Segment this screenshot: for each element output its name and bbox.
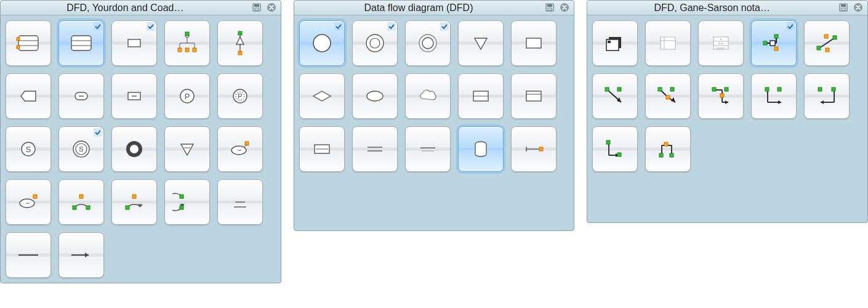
entity-3d-button[interactable] bbox=[592, 20, 638, 66]
hexagon-open-button[interactable] bbox=[6, 73, 51, 119]
data-store-orange-button[interactable] bbox=[6, 20, 51, 66]
svg-rect-14 bbox=[147, 22, 155, 31]
svg-rect-105 bbox=[608, 41, 611, 43]
line-plain-button[interactable] bbox=[6, 232, 51, 278]
rect-header-button[interactable] bbox=[511, 73, 557, 119]
bracket-line-button[interactable] bbox=[511, 126, 557, 172]
svg-rect-4 bbox=[18, 36, 38, 51]
double-line-button[interactable] bbox=[352, 126, 398, 172]
conn-b-button[interactable] bbox=[645, 73, 691, 119]
svg-text:P: P bbox=[185, 92, 190, 101]
single-line-button[interactable] bbox=[405, 126, 451, 172]
ring-bold-button[interactable] bbox=[111, 126, 157, 172]
conn-e-button[interactable] bbox=[804, 73, 850, 119]
ellipse-plain-button[interactable] bbox=[352, 73, 398, 119]
svg-rect-163 bbox=[664, 142, 668, 146]
cylinder-button[interactable] bbox=[458, 126, 504, 172]
ellipse-handles2-button[interactable] bbox=[6, 179, 51, 225]
svg-marker-68 bbox=[85, 253, 89, 257]
panel-actions bbox=[544, 2, 570, 13]
arc-handles-c-button[interactable] bbox=[164, 179, 210, 225]
panel-body: idlevellocation bbox=[587, 15, 867, 177]
rect-minus-button[interactable] bbox=[111, 73, 157, 119]
line-diag-handles-button[interactable] bbox=[804, 20, 850, 66]
connector-angle-button[interactable] bbox=[751, 20, 797, 66]
circle-ring-button[interactable] bbox=[405, 20, 451, 66]
hierarchy-shape-button[interactable] bbox=[164, 20, 210, 66]
rounded-hex-minus-button[interactable] bbox=[58, 73, 104, 119]
svg-marker-25 bbox=[236, 37, 244, 44]
circle-large-button[interactable] bbox=[299, 20, 345, 66]
svg-rect-151 bbox=[818, 87, 822, 91]
svg-rect-80 bbox=[440, 22, 449, 31]
svg-rect-21 bbox=[185, 48, 189, 52]
svg-rect-142 bbox=[720, 94, 724, 97]
conn-f-button[interactable] bbox=[592, 126, 638, 172]
double-line-box-button[interactable] bbox=[299, 126, 345, 172]
svg-rect-120 bbox=[786, 22, 795, 31]
arc-handles-b-button[interactable] bbox=[111, 179, 157, 225]
svg-rect-133 bbox=[658, 87, 662, 91]
diamond-button[interactable] bbox=[299, 73, 345, 119]
svg-rect-55 bbox=[73, 206, 76, 209]
cloud-button[interactable] bbox=[405, 73, 451, 119]
svg-rect-56 bbox=[86, 206, 90, 209]
svg-rect-12 bbox=[94, 22, 102, 31]
save-icon[interactable] bbox=[838, 2, 849, 13]
svg-point-79 bbox=[422, 38, 433, 49]
svg-line-121 bbox=[819, 38, 834, 48]
single-line-seg-button[interactable] bbox=[217, 179, 263, 225]
svg-rect-43 bbox=[94, 128, 102, 137]
circle-p-button[interactable]: P bbox=[164, 73, 210, 119]
svg-rect-2 bbox=[255, 8, 259, 10]
line-arrow-button[interactable] bbox=[58, 232, 104, 278]
svg-rect-22 bbox=[193, 48, 196, 52]
svg-marker-81 bbox=[475, 38, 487, 49]
svg-rect-141 bbox=[725, 87, 728, 91]
rect-plain-button[interactable] bbox=[511, 20, 557, 66]
svg-text:S: S bbox=[26, 145, 31, 154]
svg-rect-7 bbox=[17, 38, 20, 41]
arc-handles-a-button[interactable] bbox=[58, 179, 104, 225]
svg-rect-9 bbox=[71, 36, 91, 51]
circle-s-button[interactable]: S bbox=[6, 126, 51, 172]
triangle-down-button[interactable] bbox=[164, 126, 210, 172]
conn-a-button[interactable] bbox=[592, 73, 638, 119]
svg-rect-129 bbox=[617, 87, 621, 91]
rect-split-h-button[interactable] bbox=[458, 73, 504, 119]
ellipse-handles1-button[interactable] bbox=[217, 126, 263, 172]
svg-rect-140 bbox=[712, 87, 716, 91]
svg-rect-118 bbox=[774, 34, 778, 38]
close-icon[interactable] bbox=[853, 2, 864, 13]
check-icon bbox=[387, 22, 396, 31]
circle-p-dashed-button[interactable]: P bbox=[217, 73, 263, 119]
conn-d-button[interactable] bbox=[751, 73, 797, 119]
save-icon[interactable] bbox=[251, 2, 262, 13]
svg-rect-20 bbox=[178, 48, 182, 52]
card-labeled-button[interactable]: idlevellocation bbox=[698, 20, 744, 66]
conn-g-button[interactable] bbox=[645, 126, 691, 172]
close-icon[interactable] bbox=[266, 2, 277, 13]
entity-rect-small-button[interactable] bbox=[111, 20, 157, 66]
close-icon[interactable] bbox=[559, 2, 570, 13]
svg-marker-145 bbox=[778, 100, 781, 104]
data-store-plain-button[interactable] bbox=[58, 20, 104, 66]
panel-actions bbox=[251, 2, 277, 13]
svg-rect-146 bbox=[765, 87, 769, 91]
card-right-open-button[interactable] bbox=[645, 20, 691, 66]
svg-rect-1 bbox=[254, 4, 259, 7]
svg-text:S: S bbox=[79, 145, 83, 153]
circle-s-double-button[interactable]: S bbox=[58, 126, 104, 172]
triangle-down-outline-button[interactable] bbox=[458, 20, 504, 66]
svg-rect-135 bbox=[666, 95, 670, 99]
triangle-line-shape-button[interactable] bbox=[217, 20, 263, 66]
panel-dfd: Data flow diagram (DFD) bbox=[294, 0, 575, 231]
svg-rect-87 bbox=[526, 91, 541, 101]
svg-rect-152 bbox=[832, 87, 835, 91]
circle-double-button[interactable] bbox=[352, 20, 398, 66]
svg-marker-28 bbox=[21, 91, 36, 101]
svg-text:level: level bbox=[718, 42, 723, 45]
save-icon[interactable] bbox=[544, 2, 555, 13]
conn-c-button[interactable] bbox=[698, 73, 744, 119]
panel-actions bbox=[838, 2, 864, 13]
